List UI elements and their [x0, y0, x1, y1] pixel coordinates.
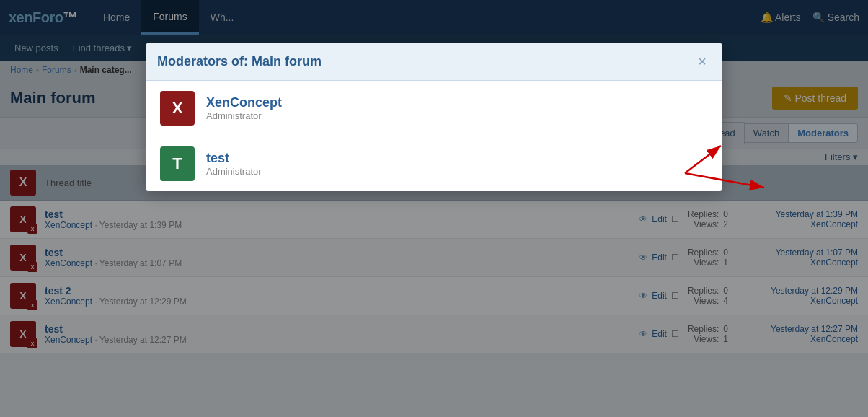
moderator-role: Administrator	[206, 166, 262, 177]
moderator-info: XenConcept Administrator	[206, 95, 282, 121]
moderator-name[interactable]: test	[206, 151, 262, 166]
moderator-name[interactable]: XenConcept	[206, 95, 282, 110]
moderator-info: test Administrator	[206, 151, 262, 177]
moderators-modal: Moderators of: Main forum × X XenConcept…	[146, 43, 722, 191]
modal-body: X XenConcept Administrator T test Admini…	[146, 81, 722, 191]
moderator-avatar: T	[160, 146, 195, 181]
modal-title: Moderators of: Main forum	[157, 54, 322, 69]
modal-overlay: Moderators of: Main forum × X XenConcept…	[0, 0, 868, 354]
moderator-item: X XenConcept Administrator	[146, 81, 722, 136]
modal-close-button[interactable]: ×	[694, 52, 711, 71]
moderator-item: T test Administrator	[146, 136, 722, 191]
modal-header: Moderators of: Main forum ×	[146, 43, 722, 81]
moderator-role: Administrator	[206, 110, 282, 121]
moderator-avatar: X	[160, 91, 195, 126]
